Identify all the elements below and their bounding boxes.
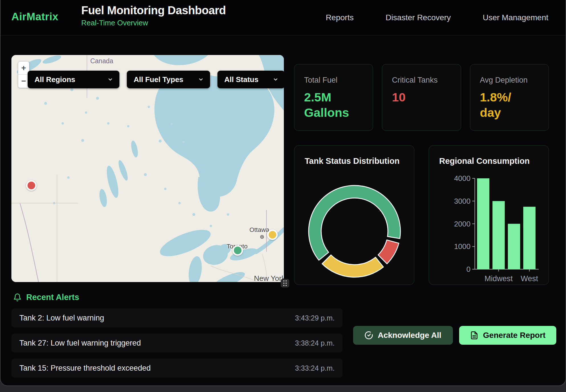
chevron-down-icon	[198, 77, 204, 82]
main-nav: Reports Disaster Recovery User Managemen…	[326, 0, 548, 35]
alert-row[interactable]: Tank 2: Low fuel warning 3:43:29 p.m.	[11, 309, 343, 327]
page-titles: Fuel Monitoring Dashboard Real-Time Over…	[81, 4, 226, 27]
city-dot-icon	[260, 235, 264, 239]
acknowledge-all-label: Acknowledge All	[378, 331, 441, 340]
stat-card-total-fuel: Total Fuel 2.5M Gallons	[294, 64, 373, 131]
alert-time: 3:43:29 p.m.	[295, 314, 335, 322]
tank-marker-normal[interactable]	[233, 245, 243, 256]
chevron-down-icon	[273, 77, 278, 82]
svg-text:West: West	[521, 274, 538, 283]
alerts-heading-label: Recent Alerts	[26, 293, 79, 302]
status-filter-select[interactable]: All Status	[217, 71, 284, 88]
region-filter-value: All Regions	[34, 75, 75, 84]
tank-marker-warning[interactable]	[267, 230, 278, 240]
map-country-label: Canada	[90, 57, 113, 65]
stat-card-critical-tanks: Critical Tanks 10	[382, 64, 461, 131]
map-city-label-ottawa: Ottawa	[249, 226, 269, 234]
bar-chart: 01000200030004000MidwestWest	[429, 146, 549, 285]
nav-user-management[interactable]: User Management	[483, 13, 548, 22]
donut-chart	[294, 146, 415, 285]
alerts-heading: Recent Alerts	[13, 293, 79, 302]
stat-label: Critical Tanks	[392, 76, 461, 85]
app-logo: AirMatrix	[11, 11, 58, 23]
check-circle-icon	[365, 331, 373, 340]
generate-report-label: Generate Report	[483, 331, 545, 340]
svg-text:1000: 1000	[454, 242, 471, 251]
page-title: Fuel Monitoring Dashboard	[81, 4, 226, 17]
svg-text:Midwest: Midwest	[484, 274, 513, 283]
nav-reports[interactable]: Reports	[326, 13, 354, 22]
nav-disaster-recovery[interactable]: Disaster Recovery	[386, 13, 451, 22]
map-filters: All Regions All Fuel Types All Status	[28, 71, 284, 88]
file-text-icon	[470, 331, 479, 340]
alert-time: 3:33:24 p.m.	[295, 364, 335, 372]
map-resize-handle[interactable]	[281, 279, 289, 287]
alert-time: 3:38:24 p.m.	[295, 339, 335, 347]
svg-text:4000: 4000	[454, 174, 471, 183]
stat-value: 2.5M Gallons	[304, 90, 354, 121]
generate-report-button[interactable]: Generate Report	[459, 326, 556, 345]
regional-consumption-chart-card: Regional Consumption 01000200030004000Mi…	[429, 145, 549, 285]
chevron-down-icon	[107, 77, 113, 82]
map-city-label-newyork: New York	[254, 274, 284, 282]
fuel-type-filter-select[interactable]: All Fuel Types	[127, 71, 210, 88]
svg-text:2000: 2000	[454, 220, 471, 228]
stat-card-avg-depletion: Avg Depletion 1.8%/ day	[470, 64, 549, 131]
alerts-list: Tank 2: Low fuel warning 3:43:29 p.m. Ta…	[11, 309, 343, 384]
alert-message: Tank 15: Pressure threshold exceeded	[19, 364, 151, 373]
region-filter-select[interactable]: All Regions	[28, 71, 119, 88]
tank-marker-critical[interactable]	[26, 180, 37, 191]
alert-row[interactable]: Tank 27: Low fuel warning triggered 3:38…	[11, 334, 343, 352]
stats-row: Total Fuel 2.5M Gallons Critical Tanks 1…	[294, 64, 549, 131]
fuel-type-filter-value: All Fuel Types	[134, 75, 183, 84]
svg-text:3000: 3000	[454, 197, 471, 205]
page-subtitle: Real-Time Overview	[81, 19, 226, 27]
stat-value: 10	[392, 90, 442, 105]
stat-value: 1.8%/ day	[480, 90, 530, 121]
acknowledge-all-button[interactable]: Acknowledge All	[353, 326, 453, 345]
alert-message: Tank 2: Low fuel warning	[19, 314, 104, 322]
chart-title: Tank Status Distribution	[305, 156, 400, 166]
bell-icon	[13, 293, 22, 302]
map-panel[interactable]: Canada Ottawa Toronto New York + − All R…	[11, 55, 284, 282]
chart-title: Regional Consumption	[439, 156, 530, 166]
header: AirMatrix Fuel Monitoring Dashboard Real…	[1, 0, 565, 36]
svg-text:0: 0	[467, 265, 471, 273]
status-filter-value: All Status	[224, 75, 258, 84]
stat-label: Total Fuel	[304, 76, 373, 85]
alert-row[interactable]: Tank 15: Pressure threshold exceeded 3:3…	[11, 359, 343, 377]
alert-message: Tank 27: Low fuel warning triggered	[19, 339, 141, 348]
tank-status-chart-card: Tank Status Distribution	[294, 145, 414, 285]
dashboard-root: AirMatrix Fuel Monitoring Dashboard Real…	[0, 0, 566, 386]
stat-label: Avg Depletion	[480, 76, 549, 85]
